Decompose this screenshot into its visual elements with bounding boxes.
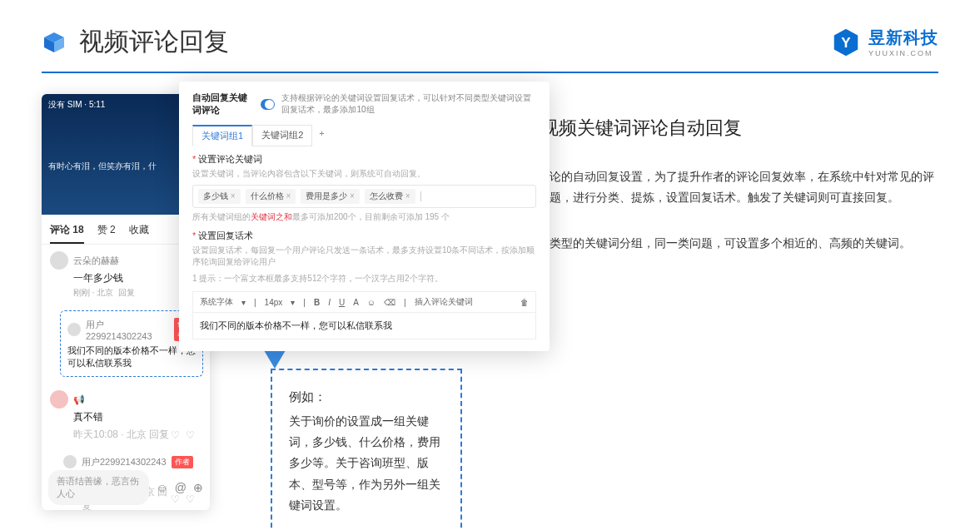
keyword-group-tab[interactable]: 关键词组2 <box>252 125 312 146</box>
section-label: 设置回复话术 <box>192 230 536 242</box>
avatar <box>63 455 77 468</box>
keyword-chip[interactable]: 什么价格 <box>246 189 296 204</box>
comment-input-row: 善语结善缘，恶言伤人心 ☺ @ ⊕ <box>48 470 203 505</box>
keyword-chip[interactable]: 费用是多少 <box>301 189 360 204</box>
comment-meta: 昨天10:08 · 北京 <box>73 428 147 440</box>
reply-link[interactable]: 回复 <box>118 287 135 299</box>
comment-meta: 刚刚 · 北京 <box>73 287 113 299</box>
tab-comments[interactable]: 评论 18 <box>50 223 84 244</box>
comment-username: 云朵的赫赫 <box>73 255 119 267</box>
section-title: 短视频关键词评论自动回复 <box>522 116 742 141</box>
dislike-icon[interactable]: ♡ <box>186 429 195 441</box>
reply-hint: 1 提示：一个富文本框最多支持512个字符，一个汉字占用2个字符。 <box>192 273 536 285</box>
page-header: 视频评论回复 Y 昱新科技 YUUXIN.COM <box>0 0 980 67</box>
section-label: 设置评论关键词 <box>192 153 536 166</box>
example-title: 例如： <box>289 385 444 408</box>
ad-icon: 📢 <box>73 394 85 405</box>
chevron-down-icon[interactable]: ▾ <box>241 298 246 307</box>
page-title: 视频评论回复 <box>79 25 229 59</box>
bold-button[interactable]: B <box>314 298 320 307</box>
avatar <box>50 251 68 270</box>
font-select[interactable]: 系统字体 <box>200 296 233 308</box>
reply-link[interactable]: 回复 <box>149 428 169 440</box>
brand-name: 昱新科技 <box>868 27 938 49</box>
italic-button[interactable]: I <box>328 298 331 307</box>
cursor <box>420 191 421 201</box>
reply-body: 我们不同的版本价格不一样，您可以私信联系我 <box>67 344 196 369</box>
section-heading: 短视频关键词评论自动回复 <box>487 115 938 141</box>
at-icon[interactable]: @ <box>175 481 187 494</box>
panel-description: 支持根据评论的关键词设置回复话术，可以针对不同类型关键词设置回复话术，最多添加1… <box>281 92 536 116</box>
keyword-chip-input[interactable]: 多少钱 什么价格 费用是多少 怎么收费 <box>192 185 536 208</box>
description-area: 短视频关键词评论自动回复 ◆ 短视频评论的自动回复设置，为了提升作者的评论回复效… <box>487 73 938 489</box>
section-sub: 设置回复话术，每回复一个用户评论只发送一条话术，最多支持设置10条不同话术，按添… <box>192 245 536 268</box>
brand-logo: Y 昱新科技 YUUXIN.COM <box>830 27 938 58</box>
image-icon[interactable]: ⊕ <box>193 481 203 494</box>
color-button[interactable]: A <box>353 298 359 307</box>
emoji-icon[interactable]: ☺ <box>156 481 167 494</box>
bullet-text: 支持不同类型的关键词分组，同一类问题，可设置多个相近的、高频的关键词。 <box>503 233 911 255</box>
avatar <box>67 323 81 336</box>
underline-button[interactable]: U <box>339 298 345 307</box>
emoji-button[interactable]: ☺ <box>367 298 376 307</box>
bullet-item: ◆ 支持不同类型的关键词分组，同一类问题，可设置多个相近的、高频的关键词。 <box>487 233 938 255</box>
heart-icon[interactable]: ♡ <box>171 429 180 441</box>
illustration-area: 没有 SIM · 5:11 有时心有泪，但笑亦有泪，什 评论 18 赞 2 收藏… <box>42 73 462 489</box>
avatar <box>50 390 68 409</box>
keyword-chip[interactable]: 多少钱 <box>198 189 241 204</box>
size-select[interactable]: 14px <box>265 298 283 307</box>
svg-marker-6 <box>264 350 286 369</box>
comment-input[interactable]: 善语结善缘，恶言伤人心 <box>48 470 149 505</box>
eraser-button[interactable]: ⌫ <box>384 298 395 307</box>
chevron-down-icon[interactable]: ▾ <box>291 298 295 307</box>
editor-toolbar: 系统字体▾ | 14px▾ | B I U A ☺ ⌫ | 插入评论关键词 🗑 <box>192 291 536 313</box>
example-box: 例如： 关于询价的设置成一组关键词，多少钱、什么价格，费用多少等。关于咨询班型、… <box>271 369 462 530</box>
section-sub: 设置关键词，当评论内容包含以下关键词，则系统可自动回复。 <box>192 168 536 180</box>
bullet-text: 短视频评论的自动回复设置，为了提升作者的评论回复效率，在系统中针对常见的评论用户… <box>503 166 938 208</box>
keyword-group-tab[interactable]: 关键词组1 <box>192 125 252 146</box>
header-left: 视频评论回复 <box>42 25 229 59</box>
comment-item: 📢 真不错 昨天10:08 · 北京 回复♡ ♡ <box>42 384 210 448</box>
cube-icon <box>42 30 67 55</box>
panel-title: 自动回复关键词评论 <box>192 92 254 116</box>
enable-toggle[interactable] <box>261 99 276 110</box>
comment-username: 用户2299214302243 <box>82 456 167 468</box>
keyword-hint: 所有关键词组的关键词之和最多可添加200个，目前剩余可添加 195 个 <box>192 211 536 223</box>
brand-domain: YUUXIN.COM <box>868 49 933 57</box>
keyword-chip[interactable]: 怎么收费 <box>365 189 415 204</box>
bullet-item: ◆ 短视频评论的自动回复设置，为了提升作者的评论回复效率，在系统中针对常见的评论… <box>487 166 938 208</box>
insert-keyword-button[interactable]: 插入评论关键词 <box>415 296 473 308</box>
add-group-button[interactable]: + <box>312 125 331 146</box>
keyword-settings-panel: 自动回复关键词评论 支持根据评论的关键词设置回复话术，可以针对不同类型关键词设置… <box>179 82 550 351</box>
example-body: 关于询价的设置成一组关键词，多少钱、什么价格，费用多少等。关于咨询班型、版本、型… <box>289 411 444 516</box>
tab-favs[interactable]: 收藏 <box>129 223 149 244</box>
svg-text:Y: Y <box>841 34 851 50</box>
editor-body[interactable]: 我们不同的版本价格不一样，您可以私信联系我 <box>192 313 536 339</box>
brand-logo-icon: Y <box>830 27 862 58</box>
comment-body: 真不错 <box>73 410 201 424</box>
brand-text: 昱新科技 YUUXIN.COM <box>868 27 938 57</box>
tab-likes[interactable]: 赞 2 <box>97 223 116 244</box>
delete-button[interactable]: 🗑 <box>520 298 529 307</box>
author-badge: 作者 <box>172 456 193 468</box>
keyword-group-tabs: 关键词组1 关键词组2 + <box>192 125 536 146</box>
reply-username: 用户2299214302243 <box>86 319 169 341</box>
